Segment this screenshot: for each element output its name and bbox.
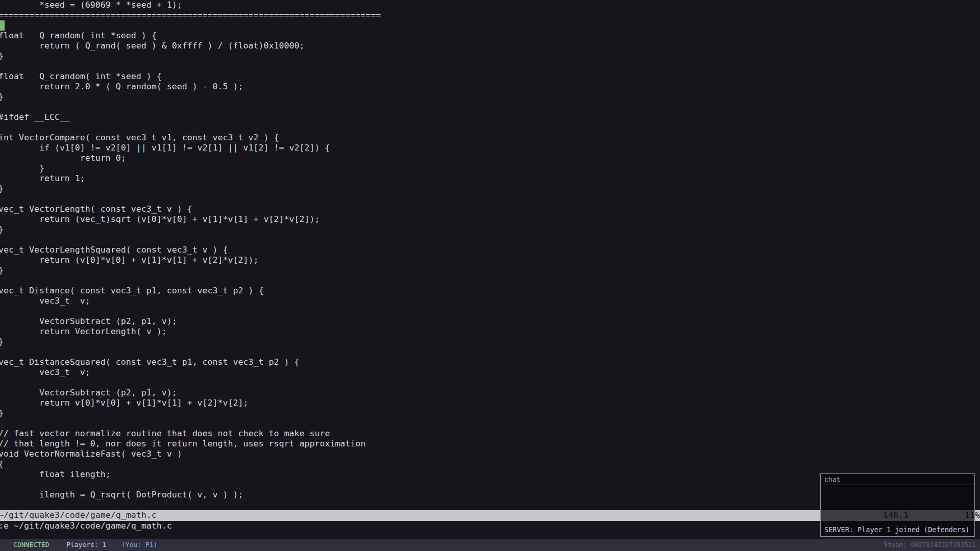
code-line: return 2.0 * ( Q_random( seed ) - 0.5 );: [0, 82, 980, 92]
chat-message-list: SERVER: Player 1 joined (Defenders): [824, 525, 971, 534]
code-line: {: [0, 459, 980, 469]
chat-panel[interactable]: chat SERVER: Player 1 joined (Defenders): [820, 473, 975, 537]
code-line: [0, 347, 980, 357]
code-line: vec_t VectorLength( const vec3_t v ) {: [0, 204, 980, 214]
code-line: }: [0, 184, 980, 194]
code-line: vec_t DistanceSquared( const vec3_t p1, …: [0, 357, 980, 367]
code-line: vec3_t v;: [0, 367, 980, 378]
code-line: vec_t VectorLengthSquared( const vec3_t …: [0, 245, 980, 255]
code-line: return v[0]*v[0] + v[1]*v[1] + v[2]*v[2]…: [0, 398, 980, 408]
code-line: return 0;: [0, 153, 980, 163]
code-line: [0, 306, 980, 316]
code-line: #ifdef __LCC__: [0, 112, 980, 122]
code-line: *seed = (69069 * *seed + 1);: [0, 0, 980, 10]
code-line: vec3_t v;: [0, 296, 980, 306]
code-area[interactable]: *seed = (69069 * *seed + 1);============…: [0, 0, 980, 510]
statusline-filename: ~/git/quake3/code/game/q_math.c: [0, 510, 157, 520]
code-line: }: [0, 92, 980, 102]
code-line: ========================================…: [0, 10, 980, 20]
terminal-window[interactable]: *seed = (69069 * *seed + 1);============…: [0, 0, 980, 531]
code-line: // that length != 0, nor does it return …: [0, 439, 980, 449]
code-line: VectorSubtract (p2, p1, v);: [0, 388, 980, 398]
code-line: [0, 194, 980, 204]
code-line: [0, 235, 980, 245]
chat-message: SERVER: Player 1 joined (Defenders): [824, 525, 971, 534]
code-line: }: [0, 265, 980, 276]
code-line: if (v1[0] != v2[0] || v1[1] != v2[1] || …: [0, 143, 980, 153]
players-count-label: Players: 1: [66, 539, 106, 551]
you-player-label: (You: P1): [121, 539, 157, 551]
code-line: }: [0, 337, 980, 347]
code-line: VectorSubtract (p2, p1, v);: [0, 316, 980, 327]
code-line: float Q_random( int *seed ) {: [0, 31, 980, 41]
game-hud-bar: CONNECTED Players: 1 (You: P1) Steam: 90…: [0, 539, 980, 551]
code-line: [0, 418, 980, 429]
code-line: return ( Q_rand( seed ) & 0xffff ) / (fl…: [0, 41, 980, 51]
code-line: vec_t Distance( const vec3_t p1, const v…: [0, 286, 980, 296]
code-line: return (vec_t)sqrt (v[0]*v[0] + v[1]*v[1…: [0, 214, 980, 224]
code-line: }: [0, 408, 980, 418]
code-line: int VectorCompare( const vec3_t v1, cons…: [0, 133, 980, 143]
code-line: [0, 102, 980, 112]
code-line: return 1;: [0, 173, 980, 184]
code-line: return VectorLength( v );: [0, 327, 980, 337]
code-line: [0, 378, 980, 388]
code-line: [0, 61, 980, 71]
code-line: }: [0, 163, 980, 173]
code-line: [0, 20, 980, 31]
code-line: return (v[0]*v[0] + v[1]*v[1] + v[2]*v[2…: [0, 255, 980, 265]
code-line: }: [0, 51, 980, 61]
connection-status-badge: CONNECTED: [13, 539, 49, 551]
code-line: // fast vector normalize routine that do…: [0, 429, 980, 439]
code-line: [0, 276, 980, 286]
code-line: [0, 122, 980, 133]
code-line: float Q_crandom( int *seed ) {: [0, 71, 980, 82]
code-line: void VectorNormalizeFast( vec3_t v ): [0, 449, 980, 459]
desktop-screen: *seed = (69069 * *seed + 1);============…: [0, 0, 980, 551]
vim-cursor: [0, 20, 5, 31]
chat-panel-title: chat: [821, 474, 974, 485]
code-line: }: [0, 224, 980, 235]
steam-id-label: Steam: 90278343327382531: [884, 539, 976, 551]
